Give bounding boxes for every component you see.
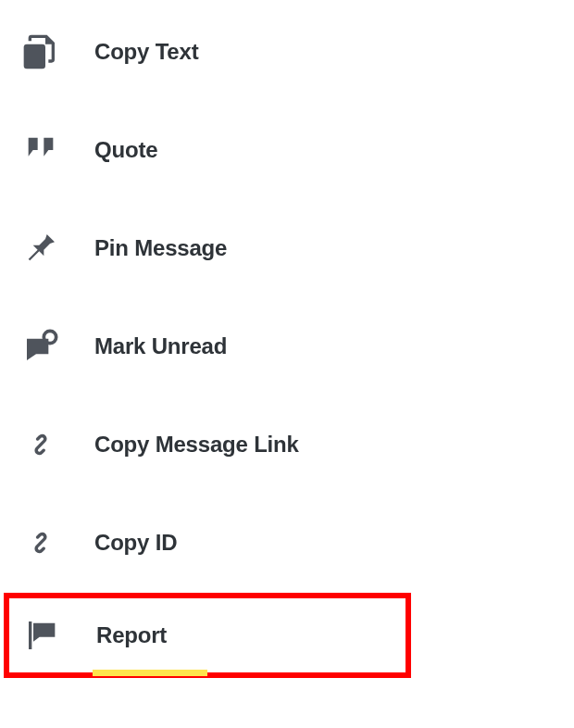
pin-icon — [20, 228, 61, 269]
yellow-underline — [93, 670, 207, 676]
mark-unread-icon — [20, 326, 61, 367]
menu-item-copy-text[interactable]: Copy Text — [0, 11, 574, 93]
copy-icon — [20, 31, 61, 72]
link-icon — [20, 424, 61, 465]
menu-item-label: Mark Unread — [94, 333, 227, 359]
svg-point-0 — [44, 331, 56, 343]
menu-item-label: Copy ID — [94, 530, 177, 556]
quote-icon — [20, 130, 61, 170]
menu-item-label: Quote — [94, 137, 157, 163]
menu-item-label: Report — [96, 622, 167, 648]
menu-item-pin-message[interactable]: Pin Message — [0, 207, 574, 289]
report-highlight-box: Report — [4, 593, 411, 678]
menu-item-copy-id[interactable]: Copy ID — [0, 502, 574, 584]
menu-item-label: Copy Message Link — [94, 432, 299, 458]
menu-item-label: Copy Text — [94, 39, 198, 65]
menu-item-copy-message-link[interactable]: Copy Message Link — [0, 404, 574, 485]
menu-item-label: Pin Message — [94, 235, 227, 261]
flag-icon — [22, 615, 63, 656]
menu-item-report[interactable]: Report — [9, 598, 406, 672]
menu-item-mark-unread[interactable]: Mark Unread — [0, 306, 574, 387]
menu-item-quote[interactable]: Quote — [0, 109, 574, 191]
link-icon — [20, 522, 61, 563]
